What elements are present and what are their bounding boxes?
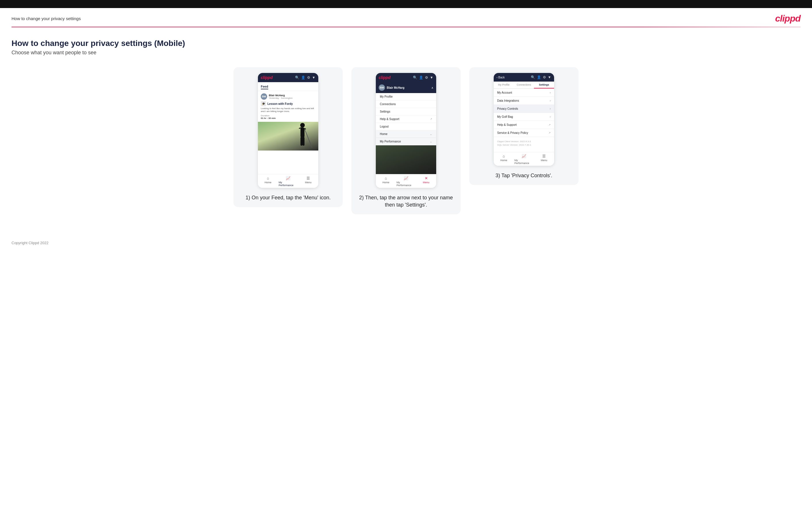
phone1-nav-performance[interactable]: 📈 My Performance [278, 174, 298, 188]
feed-user-info: Blair McHarg Yesterday · Sunnington [269, 94, 293, 99]
dropdown-user-row[interactable]: BM Blair McHarg ∧ [376, 82, 436, 93]
dropdown-performance[interactable]: My Performance ⌄ [376, 138, 436, 145]
phone2-icons: 🔍 👤 ⚙ ▼ [413, 75, 433, 79]
dropdown-settings[interactable]: Settings [376, 108, 436, 115]
feed-lesson-title: Lesson with Fordy [267, 102, 293, 105]
phone1-feed-content: Feed BM Blair McHarg Yesterday · Sunning… [258, 82, 318, 174]
phone2-nav-close[interactable]: ✕ Menu [416, 174, 436, 188]
settings-icon: ⚙ [425, 75, 428, 79]
header: How to change your privacy settings clip… [0, 8, 812, 27]
chevron-down-icon: ▼ [312, 75, 315, 79]
page-heading: How to change your privacy settings (Mob… [11, 39, 801, 48]
chevron-right-icon: › [550, 115, 551, 118]
settings-help-support[interactable]: Help & Support ↗ [494, 121, 554, 129]
chevron-right-icon: › [550, 91, 551, 94]
menu-icon: ☰ [306, 176, 310, 180]
phone3-settings-content: My Account › Data Integrations › Privacy… [494, 89, 554, 152]
phone1-bottom-bar: ⌂ Home 📈 My Performance ☰ Menu [258, 174, 318, 188]
phone2-dropdown: BM Blair McHarg ∧ My Profile Connections [376, 82, 436, 145]
close-icon: ✕ [425, 176, 428, 180]
feed-lesson-row: 🎓 Lesson with Fordy [261, 101, 315, 106]
step-card-3: ‹ Back 🔍 👤 ⚙ ▼ My Profile Connections Se… [469, 67, 578, 185]
dropdown-settings-label: Settings [380, 110, 390, 113]
steps-row: clippd 🔍 👤 ⚙ ▼ Feed BM [11, 67, 801, 214]
performance-icon: 📈 [286, 176, 291, 180]
dropdown-user-left: BM Blair McHarg [379, 84, 405, 91]
settings-data-integrations[interactable]: Data Integrations › [494, 97, 554, 105]
dropdown-connections-label: Connections [380, 103, 396, 106]
dropdown-logout[interactable]: Logout [376, 123, 436, 130]
feed-desc: Looking to feel like my hands are exitin… [261, 107, 315, 113]
svg-line-6 [305, 129, 312, 148]
home-icon: ⌂ [267, 176, 269, 180]
phone2-overlay: BM Blair McHarg ∧ My Profile Connections [376, 82, 436, 174]
back-button[interactable]: ‹ Back [497, 76, 505, 79]
settings-version: Clippd Client Version: 2022.8.3-3 GQL Se… [494, 137, 554, 150]
top-bar [0, 0, 812, 8]
settings-my-account[interactable]: My Account › [494, 89, 554, 97]
dropdown-myprofile[interactable]: My Profile [376, 93, 436, 101]
settings-privacy-controls[interactable]: Privacy Controls › [494, 105, 554, 113]
dropdown-connections[interactable]: Connections [376, 101, 436, 108]
settings-icon: ⚙ [543, 75, 546, 79]
dropdown-arrow-icon[interactable]: ∧ [431, 86, 433, 89]
feed-user-sub: Yesterday · Sunnington [269, 97, 293, 99]
chevron-down-icon: ⌄ [430, 133, 432, 135]
phone3-nav-menu-label: Menu [541, 159, 548, 162]
menu-icon: ☰ [542, 154, 546, 158]
dropdown-avatar: BM [379, 84, 385, 91]
feed-tab-bar: Feed [258, 82, 318, 91]
phone3-icons: 🔍 👤 ⚙ ▼ [531, 75, 551, 79]
settings-my-account-label: My Account [497, 91, 512, 94]
svg-rect-1 [301, 127, 305, 137]
phone2-nav-close-label: Menu [423, 181, 429, 184]
external-link-icon: ↗ [549, 131, 551, 134]
profile-icon: 👤 [301, 75, 305, 79]
tab-connections[interactable]: Connections [514, 81, 534, 89]
svg-point-0 [300, 123, 305, 127]
tab-my-profile[interactable]: My Profile [494, 81, 514, 89]
performance-icon: 📈 [521, 154, 526, 158]
step-card-1: clippd 🔍 👤 ⚙ ▼ Feed BM [234, 67, 343, 207]
phone3-nav-home[interactable]: ⌂ Home [494, 152, 514, 166]
chevron-down-icon: ⌄ [430, 140, 432, 143]
dropdown-help[interactable]: Help & Support ↗ [376, 115, 436, 123]
phone1-nav-performance-label: My Performance [278, 181, 298, 187]
feed-golfer-image [258, 122, 318, 151]
phone3-nav-home-label: Home [500, 159, 507, 162]
home-icon: ⌂ [503, 154, 505, 158]
settings-service-privacy-label: Service & Privacy Policy [497, 131, 528, 134]
dropdown-help-label: Help & Support [380, 117, 399, 121]
phone1-nav-home[interactable]: ⌂ Home [258, 174, 278, 188]
phone1-nav-home-label: Home [264, 181, 271, 184]
settings-my-golf-bag[interactable]: My Golf Bag › [494, 113, 554, 121]
settings-service-privacy[interactable]: Service & Privacy Policy ↗ [494, 129, 554, 137]
svg-rect-4 [301, 137, 303, 146]
step-caption-3: 3) Tap 'Privacy Controls'. [496, 172, 552, 179]
phone2-top-bar: clippd 🔍 👤 ⚙ ▼ [376, 73, 436, 82]
feed-tab: Feed [261, 85, 268, 89]
phone2-nav-home[interactable]: ⌂ Home [376, 174, 396, 188]
phone1-nav-menu[interactable]: ☰ Menu [298, 174, 318, 188]
chevron-down-icon: ▼ [430, 75, 433, 79]
phone-mockup-3: ‹ Back 🔍 👤 ⚙ ▼ My Profile Connections Se… [494, 73, 554, 166]
phone3-top-bar: ‹ Back 🔍 👤 ⚙ ▼ [494, 73, 554, 81]
search-icon: 🔍 [531, 75, 535, 79]
chevron-down-icon: ▼ [548, 75, 551, 79]
external-link-icon: ↗ [549, 123, 551, 126]
phone2-nav-performance[interactable]: 📈 My Performance [396, 174, 416, 188]
tab-settings[interactable]: Settings [534, 81, 554, 89]
chevron-right-icon: › [550, 107, 551, 110]
phone1-icons: 🔍 👤 ⚙ ▼ [295, 75, 315, 79]
dropdown-home[interactable]: Home ⌄ [376, 130, 436, 138]
phone3-nav-performance[interactable]: 📈 My Performance [514, 152, 534, 166]
dropdown-home-label: Home [380, 132, 388, 135]
settings-icon: ⚙ [307, 75, 310, 79]
phone2-logo: clippd [379, 75, 391, 80]
golfer-svg [293, 122, 312, 151]
phone3-nav-menu[interactable]: ☰ Menu [534, 152, 554, 166]
dropdown-logout-label: Logout [380, 125, 389, 128]
dropdown-myprofile-label: My Profile [380, 95, 393, 98]
settings-data-integrations-label: Data Integrations [497, 99, 519, 102]
feed-post: BM Blair McHarg Yesterday · Sunnington 🎓… [258, 91, 318, 122]
